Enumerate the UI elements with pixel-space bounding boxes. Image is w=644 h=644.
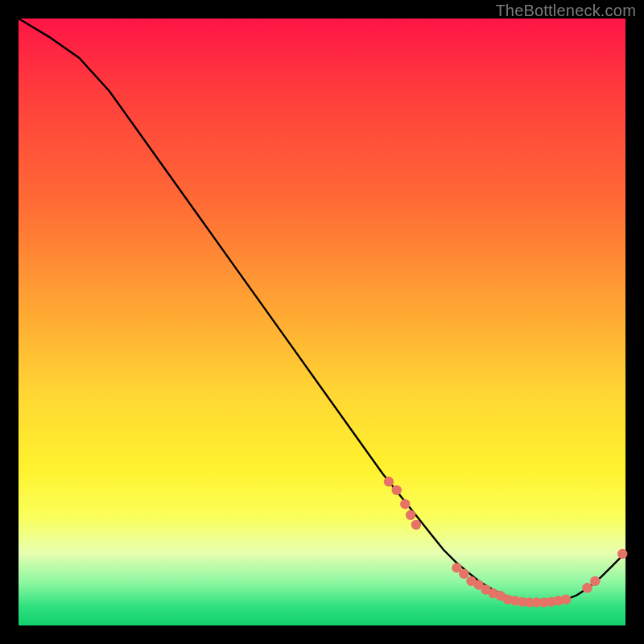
- chart-frame: TheBottleneck.com: [0, 0, 644, 644]
- data-marker: [590, 576, 600, 586]
- data-marker: [617, 549, 627, 559]
- curve-markers: [384, 477, 628, 607]
- data-marker: [400, 499, 410, 509]
- data-marker: [384, 477, 394, 486]
- data-marker: [411, 520, 421, 530]
- curve-line: [19, 19, 625, 603]
- watermark-text: TheBottleneck.com: [495, 2, 636, 20]
- data-marker: [406, 510, 415, 520]
- data-marker: [561, 594, 571, 604]
- data-marker: [459, 569, 469, 579]
- data-marker: [392, 485, 402, 495]
- data-marker: [582, 583, 592, 592]
- plot-area: [19, 19, 625, 625]
- chart-svg: [19, 19, 625, 625]
